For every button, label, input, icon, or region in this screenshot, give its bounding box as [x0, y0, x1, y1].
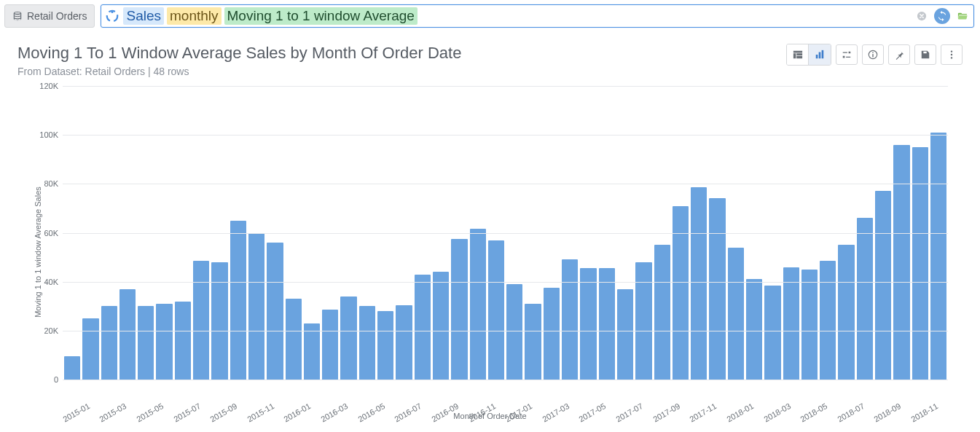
bar[interactable]	[580, 268, 596, 380]
grid-line	[63, 380, 948, 380]
bar[interactable]	[433, 272, 449, 380]
x-tick-label: 2018-01	[725, 401, 755, 424]
bar[interactable]	[506, 284, 522, 380]
top-bar: Retail Orders Sales monthly Moving 1 to …	[0, 0, 980, 32]
bar[interactable]	[340, 296, 356, 380]
x-tick-label: 2017-07	[614, 401, 644, 424]
bar[interactable]	[101, 306, 117, 380]
chart-title: Moving 1 To 1 Window Average Sales by Mo…	[17, 44, 786, 63]
bar[interactable]	[783, 267, 799, 380]
save-icon	[920, 50, 930, 60]
info-button[interactable]	[862, 44, 884, 65]
bar[interactable]	[304, 323, 320, 380]
plot-area: 020K40K60K80K100K120K	[63, 86, 948, 380]
bar[interactable]	[673, 206, 689, 380]
svg-point-10	[951, 54, 952, 55]
y-tick-label: 0	[32, 375, 58, 384]
bar[interactable]	[691, 187, 707, 380]
bar[interactable]	[286, 299, 302, 380]
svg-rect-7	[872, 54, 873, 57]
bar[interactable]	[820, 261, 836, 380]
bar[interactable]	[764, 286, 780, 380]
bar[interactable]	[912, 147, 928, 380]
token-monthly[interactable]: monthly	[167, 7, 222, 25]
bar[interactable]	[396, 305, 412, 380]
bar[interactable]	[728, 248, 744, 380]
token-sales[interactable]: Sales	[123, 7, 164, 25]
y-axis-label: Moving 1 to 1 window Average Sales	[34, 186, 42, 318]
bar[interactable]	[82, 318, 98, 380]
bar[interactable]	[64, 356, 80, 380]
table-icon	[793, 50, 803, 60]
dataset-pill[interactable]: Retail Orders	[4, 4, 95, 28]
bar[interactable]	[875, 191, 891, 380]
bar[interactable]	[138, 306, 154, 380]
x-tick-label: 2016-07	[393, 401, 423, 424]
bar[interactable]	[838, 245, 854, 380]
x-tick-label: 2018-03	[762, 401, 792, 424]
x-tick-label: 2016-05	[356, 401, 386, 424]
bar[interactable]	[525, 304, 541, 380]
x-tick-label: 2018-05	[799, 401, 828, 424]
x-tick-label: 2018-09	[873, 401, 903, 424]
bar[interactable]	[451, 239, 467, 380]
bar[interactable]	[175, 302, 191, 380]
chart-view-button[interactable]	[809, 44, 831, 65]
bar[interactable]	[893, 145, 909, 380]
bar[interactable]	[359, 306, 375, 380]
query-input[interactable]: Sales monthly Moving 1 to 1 window Avera…	[101, 4, 974, 28]
refresh-icon[interactable]	[934, 8, 950, 24]
y-tick-label: 40K	[32, 278, 58, 286]
pin-button[interactable]	[888, 44, 910, 65]
bar[interactable]	[322, 310, 338, 380]
bar[interactable]	[709, 198, 725, 380]
bar[interactable]	[230, 221, 246, 380]
database-icon	[12, 11, 23, 21]
toolbar	[786, 44, 963, 66]
x-tick-label: 2015-09	[208, 401, 238, 424]
bar[interactable]	[801, 270, 818, 380]
bar[interactable]	[211, 262, 227, 380]
clear-icon[interactable]	[914, 8, 930, 24]
bar[interactable]	[617, 289, 633, 380]
table-view-button[interactable]	[787, 44, 809, 65]
bar[interactable]	[488, 240, 504, 380]
view-toggle	[786, 44, 831, 66]
x-ticks: 2015-012015-032015-052015-072015-092015-…	[63, 381, 948, 410]
pin-icon	[894, 50, 904, 60]
bar[interactable]	[857, 218, 873, 380]
bar[interactable]	[930, 133, 946, 380]
bar[interactable]	[119, 289, 136, 380]
info-icon	[868, 50, 878, 60]
bar[interactable]	[193, 261, 209, 380]
bar[interactable]	[470, 229, 486, 380]
x-tick-label: 2017-05	[578, 401, 608, 424]
open-folder-icon[interactable]	[954, 8, 971, 24]
bar[interactable]	[746, 279, 762, 380]
grid-line	[63, 331, 948, 331]
x-tick-label: 2017-11	[689, 401, 718, 424]
more-button[interactable]	[941, 44, 963, 65]
bar[interactable]	[377, 311, 393, 380]
bar[interactable]	[562, 259, 578, 380]
token-window[interactable]: Moving 1 to 1 window Average	[224, 7, 418, 25]
bar[interactable]	[654, 245, 670, 380]
bar[interactable]	[267, 243, 283, 380]
grid-line	[63, 184, 948, 184]
x-tick-label: 2015-07	[172, 401, 202, 424]
bar[interactable]	[635, 262, 651, 380]
settings-button[interactable]	[836, 44, 858, 65]
bar-chart-icon	[815, 50, 825, 60]
bar[interactable]	[248, 233, 264, 380]
grid-line	[63, 282, 948, 283]
save-button[interactable]	[914, 44, 936, 65]
svg-rect-3	[816, 55, 818, 58]
x-tick-label: 2015-05	[135, 401, 165, 424]
bar[interactable]	[415, 275, 431, 380]
svg-point-11	[951, 57, 952, 58]
y-tick-label: 120K	[32, 82, 58, 90]
bar[interactable]	[544, 288, 560, 380]
svg-rect-5	[822, 50, 824, 58]
bar[interactable]	[599, 268, 615, 380]
bar[interactable]	[156, 304, 172, 380]
